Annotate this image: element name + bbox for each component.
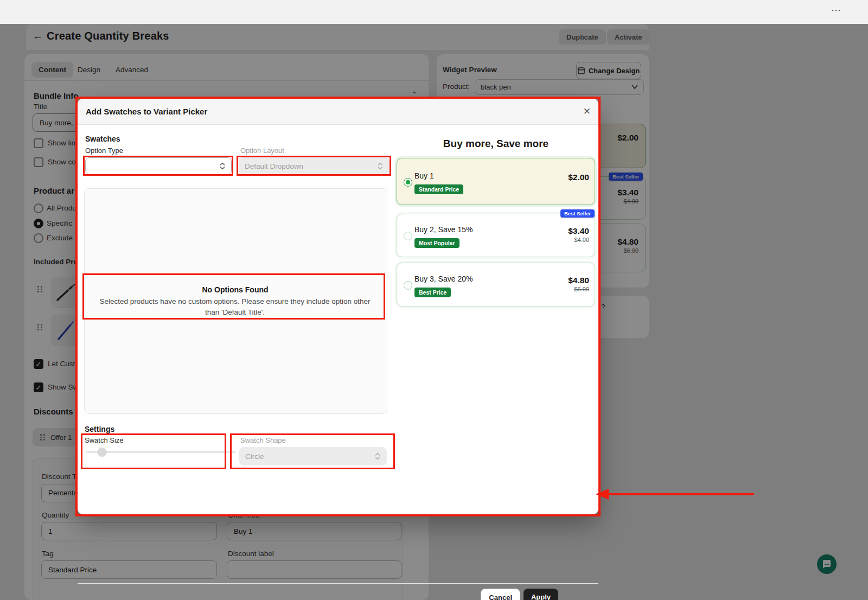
overflow-menu-icon[interactable]: ⋯ xyxy=(831,4,842,16)
annotation-box-option-layout xyxy=(237,156,391,176)
apply-button[interactable]: Apply xyxy=(524,589,558,600)
top-bar xyxy=(0,0,868,24)
annotation-box-no-options xyxy=(82,273,385,320)
annotation-box-swatch-shape xyxy=(230,433,395,469)
annotation-arrow-line xyxy=(607,493,754,495)
annotation-arrow-head xyxy=(596,489,609,500)
annotation-box-option-type xyxy=(83,156,233,176)
annotation-box-swatch-size xyxy=(81,433,226,469)
modal-footer xyxy=(78,583,598,600)
cancel-button[interactable]: Cancel xyxy=(481,589,520,600)
screen: ⋯ ← Create Quantity Breaks Duplicate Act… xyxy=(0,0,868,600)
